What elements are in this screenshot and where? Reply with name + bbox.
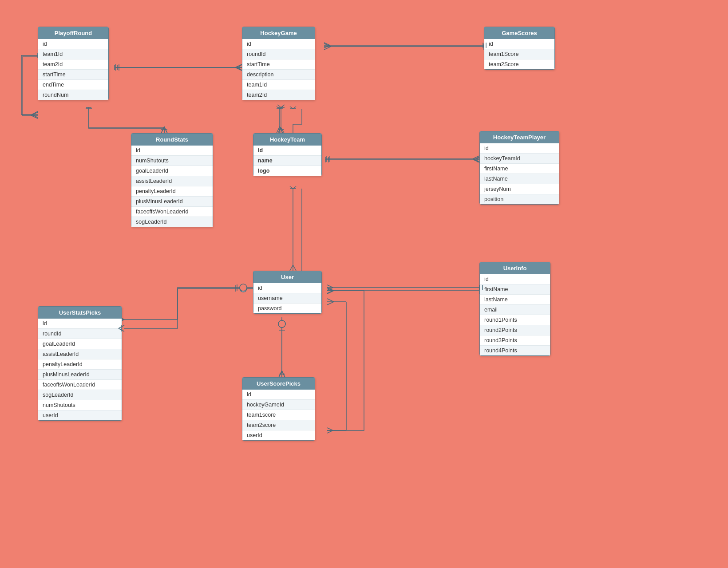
field-id: id [38, 39, 108, 49]
connectors-svg [0, 0, 728, 568]
svg-line-46 [327, 288, 334, 291]
svg-line-17 [277, 126, 280, 133]
field-plusMinusLeaderId: plusMinusLeaderId [131, 197, 213, 207]
field-roundId: roundId [38, 329, 122, 339]
field-userId: userId [38, 410, 122, 420]
table-GameScores: GameScores id team1Score team2Score [484, 27, 555, 70]
field-round1Points: round1Points [480, 315, 550, 325]
diagram-container: PlayoffRound id team1Id team2Id startTim… [0, 0, 728, 568]
svg-line-1 [235, 64, 242, 67]
field-team2Id: team2Id [38, 59, 108, 70]
svg-line-20 [277, 106, 280, 109]
table-User: User id username password [253, 271, 322, 314]
field-team2score: team2score [242, 420, 315, 430]
field-goalLeaderId: goalLeaderId [38, 339, 122, 349]
field-firstName: firstName [480, 164, 559, 174]
field-lastName: lastName [480, 295, 550, 305]
field-userId: userId [242, 430, 315, 440]
field-assistLeaderId: assistLeaderId [38, 349, 122, 359]
field-hockeyTeamId: hockeyTeamId [480, 154, 559, 164]
table-header-PlayoffRound: PlayoffRound [38, 27, 108, 39]
field-sogLeaderId: sogLeaderId [131, 217, 213, 227]
field-penaltyLeaderId: penaltyLeaderId [131, 186, 213, 197]
field-goalLeaderId: goalLeaderId [131, 166, 213, 176]
svg-line-9 [324, 47, 331, 50]
table-header-UserScorePicks: UserScorePicks [242, 378, 315, 390]
field-faceoffsWonLeaderId: faceoffsWonLeaderId [131, 207, 213, 217]
field-id: id [253, 283, 321, 293]
field-username: username [253, 293, 321, 304]
table-header-UserStatsPicks: UserStatsPicks [38, 307, 122, 319]
field-numShutouts: numShutouts [131, 156, 213, 166]
svg-line-61 [31, 115, 38, 118]
field-description: description [242, 70, 315, 80]
table-header-User: User [253, 271, 321, 283]
field-team2Id: team2Id [242, 90, 315, 100]
field-jerseyNum: jerseyNum [480, 184, 559, 194]
svg-line-13 [161, 126, 164, 133]
svg-line-2 [235, 67, 242, 71]
field-team2Score: team2Score [484, 59, 554, 69]
field-team1Score: team1Score [484, 49, 554, 59]
field-round2Points: round2Points [480, 325, 550, 335]
table-HockeyTeamPlayer: HockeyTeamPlayer id hockeyTeamId firstNa… [479, 131, 559, 205]
field-name: name [253, 156, 321, 166]
field-endTime: endTime [38, 80, 108, 90]
table-header-UserInfo: UserInfo [480, 262, 550, 274]
field-id: id [480, 274, 550, 284]
field-email: email [480, 305, 550, 315]
table-UserInfo: UserInfo id firstName lastName email rou… [479, 262, 550, 356]
field-team1Id: team1Id [38, 49, 108, 59]
field-roundNum: roundNum [38, 90, 108, 100]
field-faceoffsWonLeaderId: faceoffsWonLeaderId [38, 380, 122, 390]
table-PlayoffRound: PlayoffRound id team1Id team2Id startTim… [38, 27, 109, 100]
field-team1score: team1score [242, 410, 315, 420]
field-id: id [242, 39, 315, 49]
table-header-GameScores: GameScores [484, 27, 554, 39]
table-header-RoundStats: RoundStats [131, 134, 213, 146]
field-startTime: startTime [242, 59, 315, 70]
svg-line-18 [280, 126, 283, 133]
field-assistLeaderId: assistLeaderId [131, 176, 213, 186]
table-UserScorePicks: UserScorePicks id hockeyGameId team1scor… [242, 377, 315, 441]
field-id: id [131, 146, 213, 156]
field-round3Points: round3Points [480, 335, 550, 346]
svg-line-55 [327, 299, 334, 302]
table-HockeyGame: HockeyGame id roundId startTime descript… [242, 27, 315, 100]
svg-line-36 [279, 371, 282, 377]
field-lastName: lastName [480, 174, 559, 184]
field-plusMinusLeaderId: plusMinusLeaderId [38, 370, 122, 380]
field-hockeyGameId: hockeyGameId [242, 400, 315, 410]
field-position: position [480, 194, 559, 204]
svg-line-21 [280, 106, 283, 109]
svg-line-14 [164, 126, 167, 133]
field-startTime: startTime [38, 70, 108, 80]
table-header-HockeyTeamPlayer: HockeyTeamPlayer [480, 131, 559, 143]
field-team1Id: team1Id [242, 80, 315, 90]
svg-point-41 [240, 285, 247, 292]
field-penaltyLeaderId: penaltyLeaderId [38, 359, 122, 370]
field-roundId: roundId [242, 49, 315, 59]
field-firstName: firstName [480, 284, 550, 295]
table-RoundStats: RoundStats id numShutouts goalLeaderId a… [131, 133, 213, 227]
field-id: id [480, 143, 559, 154]
svg-line-32 [293, 106, 296, 109]
svg-line-60 [31, 112, 38, 115]
table-header-HockeyTeam: HockeyTeam [253, 134, 321, 146]
svg-line-47 [327, 291, 334, 294]
svg-line-31 [290, 106, 293, 109]
svg-line-25 [473, 156, 479, 159]
table-UserStatsPicks: UserStatsPicks id roundId goalLeaderId a… [38, 306, 122, 421]
field-id: id [484, 39, 554, 49]
field-logo: logo [253, 166, 321, 176]
table-HockeyTeam: HockeyTeam id name logo [253, 133, 322, 176]
field-sogLeaderId: sogLeaderId [38, 390, 122, 400]
field-password: password [253, 304, 321, 313]
svg-point-34 [278, 320, 285, 327]
field-round4Points: round4Points [480, 346, 550, 355]
field-id: id [242, 390, 315, 400]
field-id: id [38, 319, 122, 329]
svg-line-26 [473, 159, 479, 162]
svg-line-37 [282, 371, 285, 377]
field-id: id [253, 146, 321, 156]
